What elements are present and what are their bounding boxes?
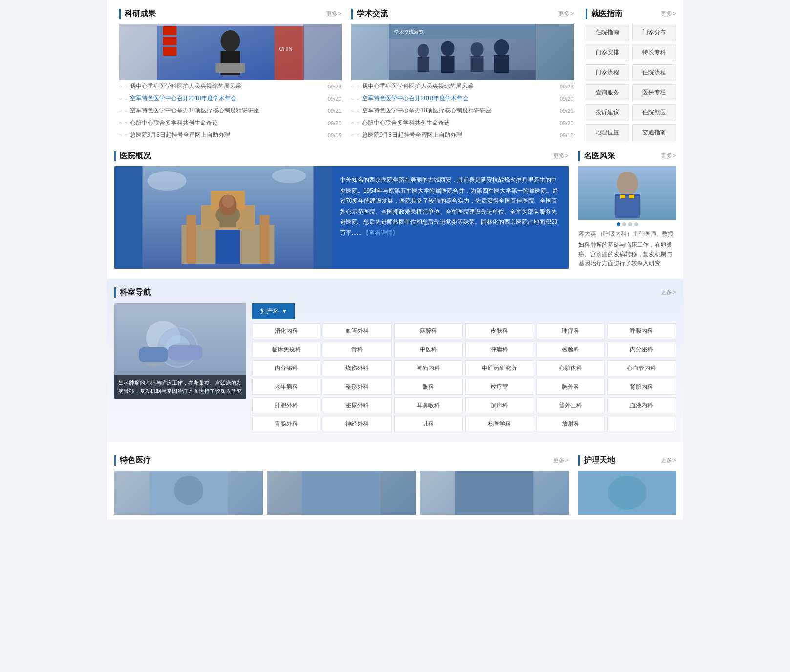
dept-cell-21[interactable]: 放疗室 bbox=[465, 379, 534, 395]
guide-btn-9[interactable]: 住院就医 bbox=[632, 104, 676, 121]
guide-btn-2[interactable]: 门诊安排 bbox=[586, 44, 630, 61]
special-medical-image-3 bbox=[420, 471, 569, 515]
svg-point-5 bbox=[220, 30, 240, 52]
hospital-overview: 中外知名的西京医院坐落在美丽的古城西安，其前身是延安抗战烽火岁月里诞生的中央医院… bbox=[114, 166, 569, 269]
dept-cell-2[interactable]: 麻醉科 bbox=[394, 323, 463, 339]
research-news-link[interactable]: 空军特色医学中心召开2018年度学术年会 bbox=[130, 94, 324, 103]
academic-news-item[interactable]: ○ 心脏中心联合多学科共创生命奇迹 09/20 bbox=[351, 117, 574, 129]
dept-cell-18[interactable]: 老年病科 bbox=[252, 379, 321, 395]
guide-btn-6[interactable]: 查询服务 bbox=[586, 84, 630, 101]
dept-cell-4[interactable]: 理疗科 bbox=[536, 323, 605, 339]
hospital-more[interactable]: 更多> bbox=[553, 152, 568, 160]
academic-news-link[interactable]: 空军特色医学中心举办18项医疗核心制度精讲讲座 bbox=[362, 107, 556, 115]
academic-news-item[interactable]: ○ 空军特色医学中心举办18项医疗核心制度精讲讲座 09/21 bbox=[351, 105, 574, 117]
dept-cell-14[interactable]: 神精内科 bbox=[394, 360, 463, 376]
dept-cell-12[interactable]: 内分泌科 bbox=[252, 360, 321, 376]
research-news-link[interactable]: 总医院9月8日起挂号全程网上自助办理 bbox=[130, 131, 324, 139]
svg-rect-42 bbox=[629, 195, 634, 198]
research-news-item[interactable]: ○ 我中心重症医学科医护人员央视综艺展风采 09/23 bbox=[119, 80, 342, 92]
doctor-image bbox=[578, 166, 676, 220]
hospital-title: 医院概况 bbox=[120, 151, 151, 161]
research-news-item[interactable]: ○ 总医院9月8日起挂号全程网上自助办理 09/18 bbox=[119, 129, 342, 141]
academic-news-item[interactable]: ○ 空军特色医学中心召开2018年度学术年会 09/20 bbox=[351, 92, 574, 105]
guide-btn-3[interactable]: 特长专科 bbox=[632, 44, 676, 61]
dept-cell-8[interactable]: 中医科 bbox=[394, 342, 463, 358]
nursing-more[interactable]: 更多> bbox=[661, 456, 676, 465]
special-medical-image-2 bbox=[267, 471, 416, 515]
dept-cell-10[interactable]: 检验科 bbox=[536, 342, 605, 358]
doctor-dot-3[interactable] bbox=[628, 222, 632, 226]
dept-cell-16[interactable]: 心脏内科 bbox=[536, 360, 605, 376]
research-news-item[interactable]: ○ 空军特色医学中心举办18项医疗核心制度精讲讲座 09/21 bbox=[119, 105, 342, 117]
guide-btn-1[interactable]: 门诊分布 bbox=[632, 24, 676, 41]
research-image: CHIN bbox=[119, 24, 342, 80]
dept-cell-33[interactable]: 核医学科 bbox=[465, 416, 534, 432]
svg-rect-40 bbox=[615, 194, 640, 196]
dept-cell-22[interactable]: 胸外科 bbox=[536, 379, 605, 395]
svg-text:学术交流展览: 学术交流展览 bbox=[394, 29, 423, 35]
svg-rect-21 bbox=[494, 55, 509, 73]
research-news-list: ○ 我中心重症医学科医护人员央视综艺展风采 09/23 ○ 空军特色医学中心召开… bbox=[119, 80, 342, 141]
academic-more[interactable]: 更多> bbox=[558, 10, 573, 18]
dept-cell-15[interactable]: 中医药研究所 bbox=[465, 360, 534, 376]
svg-text:CHIN: CHIN bbox=[279, 46, 292, 52]
dept-cell-35[interactable] bbox=[607, 416, 676, 432]
research-news-link[interactable]: 我中心重症医学科医护人员央视综艺展风采 bbox=[130, 82, 324, 90]
dept-cell-25[interactable]: 泌尿外科 bbox=[323, 397, 392, 413]
dept-cell-3[interactable]: 皮肤科 bbox=[465, 323, 534, 339]
doctor-description: 妇科肿瘤的基础与临床工作，在卵巢癌、宫颈癌的发病转移，复发机制与基因治疗方面进行… bbox=[578, 240, 676, 269]
dept-cell-17[interactable]: 心血管内科 bbox=[607, 360, 676, 376]
guide-btn-5[interactable]: 住院流程 bbox=[632, 64, 676, 81]
dept-cell-11[interactable]: 内分泌科 bbox=[607, 342, 676, 358]
academic-image: 学术交流展览 bbox=[351, 24, 574, 80]
dept-cell-24[interactable]: 肝胆外科 bbox=[252, 397, 321, 413]
dept-nav-more[interactable]: 更多> bbox=[661, 288, 676, 297]
dept-cell-34[interactable]: 放射科 bbox=[536, 416, 605, 432]
dept-cell-26[interactable]: 耳鼻喉科 bbox=[394, 397, 463, 413]
svg-rect-4 bbox=[163, 47, 176, 56]
dept-cell-23[interactable]: 肾脏内科 bbox=[607, 379, 676, 395]
guide-btn-8[interactable]: 投诉建议 bbox=[586, 104, 630, 121]
dept-cell-13[interactable]: 烧伤外科 bbox=[323, 360, 392, 376]
dept-cell-27[interactable]: 超声科 bbox=[465, 397, 534, 413]
dept-cell-6[interactable]: 临床免疫科 bbox=[252, 342, 321, 358]
academic-news-item[interactable]: ○ 总医院9月8日起挂号全程网上自助办理 09/18 bbox=[351, 129, 574, 141]
dept-cell-1[interactable]: 血管外科 bbox=[323, 323, 392, 339]
dept-cell-31[interactable]: 神经外科 bbox=[323, 416, 392, 432]
dept-cell-0[interactable]: 消化内科 bbox=[252, 323, 321, 339]
guide-more[interactable]: 更多> bbox=[661, 10, 676, 18]
hospital-view-more[interactable]: 【查看详情】 bbox=[363, 229, 398, 236]
guide-btn-11[interactable]: 交通指南 bbox=[632, 124, 676, 141]
doctor-dot-1[interactable] bbox=[617, 222, 620, 226]
famous-doctor-more[interactable]: 更多> bbox=[661, 152, 676, 160]
guide-btn-0[interactable]: 住院指南 bbox=[586, 24, 630, 41]
research-news-link[interactable]: 空军特色医学中心举办18项医疗核心制度精讲讲座 bbox=[130, 107, 324, 115]
svg-point-14 bbox=[417, 44, 429, 58]
research-news-item[interactable]: ○ 心脏中心联合多学科共创生命奇迹 09/20 bbox=[119, 117, 342, 129]
special-medical-more[interactable]: 更多> bbox=[553, 456, 568, 465]
guide-btn-7[interactable]: 医保专栏 bbox=[632, 84, 676, 101]
dept-cell-5[interactable]: 呼吸内科 bbox=[607, 323, 676, 339]
academic-news-link[interactable]: 心脏中心联合多学科共创生命奇迹 bbox=[362, 119, 556, 127]
dept-tab-gynecology[interactable]: 妇产科 ▾ bbox=[252, 303, 295, 319]
dept-cell-9[interactable]: 肿瘤科 bbox=[465, 342, 534, 358]
research-news-item[interactable]: ○ 空军特色医学中心召开2018年度学术年会 09/20 bbox=[119, 92, 342, 105]
guide-btn-4[interactable]: 门诊流程 bbox=[586, 64, 630, 81]
dept-cell-32[interactable]: 儿科 bbox=[394, 416, 463, 432]
dept-cell-19[interactable]: 整形外科 bbox=[323, 379, 392, 395]
dept-cell-20[interactable]: 眼科 bbox=[394, 379, 463, 395]
dept-cell-7[interactable]: 骨科 bbox=[323, 342, 392, 358]
academic-news-link[interactable]: 我中心重症医学科医护人员央视综艺展风采 bbox=[362, 82, 556, 90]
doctor-dot-4[interactable] bbox=[634, 222, 638, 226]
guide-btn-10[interactable]: 地理位置 bbox=[586, 124, 630, 141]
academic-news-link[interactable]: 总医院9月8日起挂号全程网上自助办理 bbox=[362, 131, 556, 139]
research-news-link[interactable]: 心脏中心联合多学科共创生命奇迹 bbox=[130, 119, 324, 127]
svg-point-52 bbox=[174, 476, 203, 505]
doctor-dot-2[interactable] bbox=[622, 222, 626, 226]
academic-news-link[interactable]: 空军特色医学中心召开2018年度学术年会 bbox=[362, 94, 556, 103]
academic-news-item[interactable]: ○ 我中心重症医学科医护人员央视综艺展风采 09/23 bbox=[351, 80, 574, 92]
dept-cell-28[interactable]: 普外三科 bbox=[536, 397, 605, 413]
dept-cell-30[interactable]: 胃肠外科 bbox=[252, 416, 321, 432]
research-more[interactable]: 更多> bbox=[326, 10, 341, 18]
dept-cell-29[interactable]: 血液内科 bbox=[607, 397, 676, 413]
